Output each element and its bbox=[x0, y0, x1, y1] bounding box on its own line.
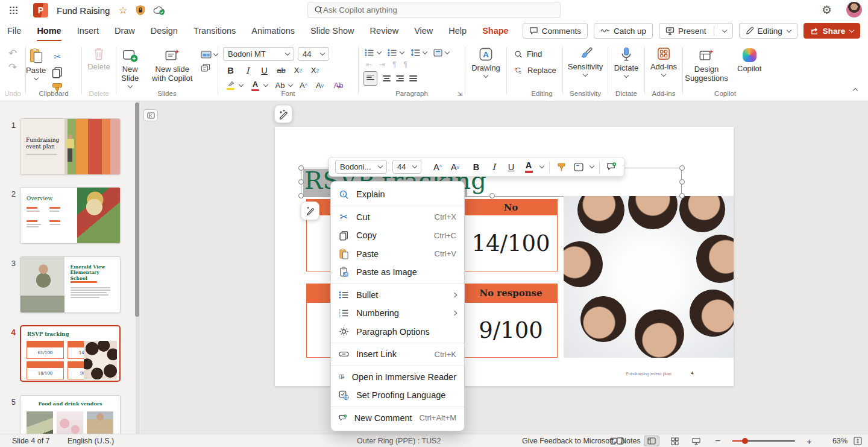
resize-handle-bottom-center[interactable] bbox=[489, 193, 495, 198]
tab-animations[interactable]: Animations bbox=[251, 22, 295, 39]
resize-handle-top-right[interactable] bbox=[679, 165, 685, 171]
fit-to-window-icon[interactable] bbox=[854, 437, 862, 445]
drawing-button[interactable]: A Drawing bbox=[471, 47, 500, 77]
tab-shape[interactable]: Shape bbox=[482, 22, 509, 39]
cut-icon[interactable]: ✂ bbox=[51, 51, 64, 63]
menu-item-explain[interactable]: Explain bbox=[331, 185, 464, 204]
replace-button[interactable]: bc Replace bbox=[514, 66, 556, 75]
document-title[interactable]: Fund Raising bbox=[57, 5, 110, 16]
font-size-select[interactable]: 44 bbox=[298, 47, 329, 61]
text-direction-chevron-icon[interactable] bbox=[445, 49, 450, 54]
character-spacing-chevron-icon[interactable] bbox=[288, 82, 293, 87]
align-left-button[interactable] bbox=[363, 71, 377, 86]
align-center-icon[interactable] bbox=[383, 74, 391, 83]
underline-button[interactable]: U bbox=[257, 64, 272, 77]
sensitivity-button[interactable]: Sensitivity bbox=[568, 47, 603, 76]
copilot-search-box[interactable] bbox=[307, 2, 561, 18]
resize-handle-middle-left[interactable] bbox=[298, 179, 304, 185]
slide-counter[interactable]: Slide 4 of 7 bbox=[12, 434, 50, 447]
slide-thumbnail-4[interactable]: RSVP tracking 61/100 14/100 18/100 9/100 bbox=[20, 325, 121, 382]
paste-dropdown-chevron-icon[interactable] bbox=[33, 75, 38, 80]
search-input[interactable] bbox=[323, 5, 540, 14]
thumbnail-scrollbar-track[interactable] bbox=[136, 101, 140, 434]
present-button[interactable]: Present bbox=[659, 23, 733, 39]
thumbnail-scrollbar-thumb[interactable] bbox=[135, 103, 139, 317]
resize-handle-middle-right[interactable] bbox=[679, 179, 685, 185]
text-direction-icon[interactable] bbox=[433, 49, 442, 57]
layout-button[interactable] bbox=[201, 51, 218, 59]
slideshow-view-button[interactable] bbox=[688, 436, 704, 446]
mini-grow-font-button[interactable]: A^ bbox=[432, 160, 444, 174]
undo-icon[interactable]: ↶ bbox=[8, 47, 17, 60]
mini-underline-button[interactable]: U bbox=[505, 160, 517, 174]
tab-file[interactable]: File bbox=[7, 22, 21, 39]
strikethrough-button[interactable]: ab bbox=[274, 64, 289, 77]
slide-sorter-view-button[interactable] bbox=[667, 436, 682, 446]
duplicate-slide-icon[interactable] bbox=[201, 63, 210, 72]
bullets-icon[interactable] bbox=[365, 49, 374, 57]
share-button[interactable]: Share bbox=[804, 23, 861, 39]
collapse-ribbon-chevron-icon[interactable] bbox=[853, 88, 858, 93]
settings-gear-icon[interactable]: ⚙ bbox=[822, 3, 832, 17]
mini-italic-button[interactable]: I bbox=[488, 160, 500, 174]
table-cell-no-response[interactable]: 9/100 bbox=[464, 303, 558, 358]
menu-item-paste[interactable]: Paste Ctrl+V bbox=[331, 245, 464, 264]
mini-format-painter-button[interactable] bbox=[555, 160, 567, 174]
font-color-dropdown-chevron-icon[interactable] bbox=[263, 82, 268, 87]
menu-item-bullet[interactable]: Bullet bbox=[331, 286, 464, 305]
rtl-paragraph-icon[interactable]: ¶ bbox=[404, 60, 407, 69]
align-right-icon[interactable] bbox=[396, 74, 404, 83]
editing-dropdown-chevron-icon[interactable] bbox=[787, 27, 791, 32]
zoom-level[interactable]: 63% bbox=[832, 434, 848, 447]
resize-handle-bottom-right[interactable] bbox=[679, 193, 685, 198]
mini-format-options-chevron-icon[interactable] bbox=[590, 163, 594, 168]
table-cell-no[interactable]: 14/100 bbox=[464, 215, 558, 271]
new-slide-button[interactable]: New Slide bbox=[116, 48, 143, 87]
justify-icon[interactable] bbox=[409, 74, 417, 83]
tab-help[interactable]: Help bbox=[448, 22, 467, 39]
slide-photo-children[interactable] bbox=[564, 196, 734, 358]
zoom-slider-track[interactable] bbox=[732, 440, 795, 442]
present-dropdown-chevron-icon[interactable] bbox=[722, 27, 726, 32]
delete-button[interactable]: Delete bbox=[87, 47, 110, 72]
zoom-slider-handle[interactable] bbox=[742, 438, 748, 444]
tab-review[interactable]: Review bbox=[370, 22, 399, 39]
table-header-no-response[interactable]: No response bbox=[464, 284, 558, 303]
numbering-icon[interactable] bbox=[388, 49, 397, 57]
language-selector[interactable]: English (U.S.) bbox=[68, 434, 114, 447]
menu-item-cut[interactable]: ✂ Cut Ctrl+X bbox=[331, 208, 464, 227]
tab-insert[interactable]: Insert bbox=[77, 22, 99, 39]
slide-thumbnail-2[interactable]: Overview bbox=[20, 187, 121, 244]
share-dropdown-chevron-icon[interactable] bbox=[849, 27, 854, 32]
zoom-slider[interactable] bbox=[732, 434, 795, 447]
mini-font-size-select[interactable]: 44 bbox=[392, 160, 421, 174]
slide-thumbnail-1[interactable]: Fundraising event plan bbox=[20, 118, 121, 175]
redo-icon[interactable]: ↷ bbox=[8, 61, 17, 74]
mini-format-options-button[interactable] bbox=[573, 160, 585, 174]
bold-button[interactable]: B bbox=[223, 64, 238, 77]
bullets-chevron-icon[interactable] bbox=[377, 49, 382, 54]
numbering-chevron-icon[interactable] bbox=[400, 49, 404, 54]
catch-up-button[interactable]: Catch up bbox=[594, 23, 653, 39]
menu-item-paragraph-options[interactable]: Paragraph Options bbox=[331, 323, 464, 341]
design-suggestions-button[interactable]: Design Suggestions bbox=[683, 48, 730, 83]
collapse-thumbnails-button[interactable] bbox=[143, 109, 158, 121]
ltr-paragraph-icon[interactable]: ¶ bbox=[392, 60, 396, 69]
notes-button[interactable]: Notes bbox=[610, 434, 641, 447]
paragraph-dialog-launcher-icon[interactable]: ⇲ bbox=[458, 90, 462, 97]
comments-button[interactable]: Comments bbox=[523, 23, 588, 39]
addins-button[interactable]: Add-ins bbox=[650, 47, 677, 76]
menu-item-paste-as-image[interactable]: Paste as Image bbox=[331, 263, 464, 282]
user-avatar[interactable] bbox=[846, 2, 862, 17]
menu-item-copy[interactable]: Copy Ctrl+C bbox=[331, 226, 464, 245]
copy-icon[interactable] bbox=[51, 66, 64, 78]
zoom-in-button[interactable]: + bbox=[807, 434, 812, 447]
resize-handle-bottom-left[interactable] bbox=[298, 193, 304, 198]
designer-button[interactable] bbox=[274, 105, 292, 123]
decrease-indent-icon[interactable]: ⇤ bbox=[366, 60, 372, 69]
mini-font-color-chevron-icon[interactable] bbox=[539, 163, 544, 168]
find-button[interactable]: Find bbox=[514, 49, 542, 59]
menu-item-new-comment[interactable]: New Comment Ctrl+Alt+M bbox=[331, 409, 464, 428]
resize-handle-top-left[interactable] bbox=[298, 165, 304, 171]
menu-item-numbering[interactable]: 123 Numbering bbox=[331, 304, 464, 323]
